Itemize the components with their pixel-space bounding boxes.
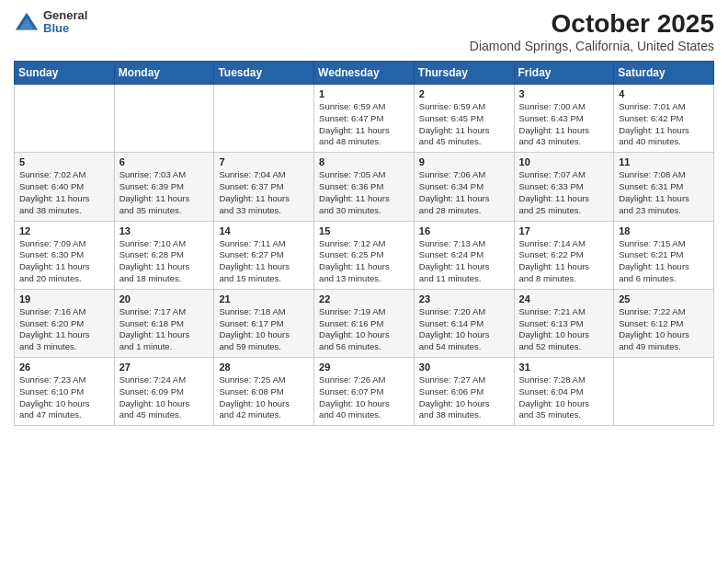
day-number: 10 [519, 156, 609, 167]
main-title: October 2025 [470, 9, 714, 39]
calendar-cell: 6Sunrise: 7:03 AM Sunset: 6:39 PM Daylig… [114, 153, 214, 221]
day-number: 22 [319, 293, 409, 304]
calendar-cell: 28Sunrise: 7:25 AM Sunset: 6:08 PM Dayli… [214, 358, 314, 426]
calendar-cell: 9Sunrise: 7:06 AM Sunset: 6:34 PM Daylig… [414, 153, 514, 221]
day-number: 8 [319, 156, 409, 167]
calendar-week-0: 1Sunrise: 6:59 AM Sunset: 6:47 PM Daylig… [15, 85, 714, 153]
calendar-cell: 20Sunrise: 7:17 AM Sunset: 6:18 PM Dayli… [114, 289, 214, 357]
day-number: 7 [219, 156, 309, 167]
logo-text: General Blue [43, 9, 87, 36]
day-info: Sunrise: 7:01 AM Sunset: 6:42 PM Dayligh… [619, 101, 709, 148]
calendar-cell: 19Sunrise: 7:16 AM Sunset: 6:20 PM Dayli… [15, 289, 115, 357]
day-info: Sunrise: 7:18 AM Sunset: 6:17 PM Dayligh… [219, 306, 309, 353]
calendar-cell: 27Sunrise: 7:24 AM Sunset: 6:09 PM Dayli… [114, 358, 214, 426]
calendar-cell [614, 358, 714, 426]
calendar-cell: 10Sunrise: 7:07 AM Sunset: 6:33 PM Dayli… [514, 153, 614, 221]
day-number: 3 [519, 88, 609, 99]
day-number: 19 [19, 293, 109, 304]
day-number: 16 [419, 225, 509, 236]
weekday-header-row: SundayMondayTuesdayWednesdayThursdayFrid… [15, 62, 714, 85]
day-info: Sunrise: 7:14 AM Sunset: 6:22 PM Dayligh… [519, 238, 609, 285]
day-info: Sunrise: 7:26 AM Sunset: 6:07 PM Dayligh… [319, 374, 409, 421]
calendar-cell: 5Sunrise: 7:02 AM Sunset: 6:40 PM Daylig… [15, 153, 115, 221]
calendar-cell: 26Sunrise: 7:23 AM Sunset: 6:10 PM Dayli… [15, 358, 115, 426]
day-info: Sunrise: 7:00 AM Sunset: 6:43 PM Dayligh… [519, 101, 609, 148]
day-info: Sunrise: 7:12 AM Sunset: 6:25 PM Dayligh… [319, 238, 409, 285]
day-info: Sunrise: 7:03 AM Sunset: 6:39 PM Dayligh… [119, 169, 210, 216]
calendar-cell: 3Sunrise: 7:00 AM Sunset: 6:43 PM Daylig… [514, 85, 614, 153]
calendar-cell: 12Sunrise: 7:09 AM Sunset: 6:30 PM Dayli… [15, 221, 115, 289]
day-number: 2 [419, 88, 509, 99]
calendar-cell: 16Sunrise: 7:13 AM Sunset: 6:24 PM Dayli… [414, 221, 514, 289]
day-info: Sunrise: 7:28 AM Sunset: 6:04 PM Dayligh… [519, 374, 609, 421]
day-number: 31 [519, 362, 609, 373]
day-number: 17 [519, 225, 609, 236]
day-info: Sunrise: 7:08 AM Sunset: 6:31 PM Dayligh… [619, 169, 709, 216]
day-info: Sunrise: 7:06 AM Sunset: 6:34 PM Dayligh… [419, 169, 509, 216]
day-info: Sunrise: 7:24 AM Sunset: 6:09 PM Dayligh… [119, 374, 210, 421]
calendar-cell: 17Sunrise: 7:14 AM Sunset: 6:22 PM Dayli… [514, 221, 614, 289]
calendar-week-3: 19Sunrise: 7:16 AM Sunset: 6:20 PM Dayli… [15, 289, 714, 357]
day-number: 15 [319, 225, 409, 236]
day-info: Sunrise: 7:10 AM Sunset: 6:28 PM Dayligh… [119, 238, 210, 285]
day-number: 4 [619, 88, 709, 99]
day-info: Sunrise: 7:09 AM Sunset: 6:30 PM Dayligh… [19, 238, 109, 285]
day-info: Sunrise: 7:17 AM Sunset: 6:18 PM Dayligh… [119, 306, 210, 353]
day-info: Sunrise: 7:11 AM Sunset: 6:27 PM Dayligh… [219, 238, 309, 285]
calendar-week-2: 12Sunrise: 7:09 AM Sunset: 6:30 PM Dayli… [15, 221, 714, 289]
day-number: 23 [419, 293, 509, 304]
day-info: Sunrise: 7:20 AM Sunset: 6:14 PM Dayligh… [419, 306, 509, 353]
day-number: 20 [119, 293, 210, 304]
day-number: 12 [19, 225, 109, 236]
day-info: Sunrise: 7:21 AM Sunset: 6:13 PM Dayligh… [519, 306, 609, 353]
calendar-cell: 31Sunrise: 7:28 AM Sunset: 6:04 PM Dayli… [514, 358, 614, 426]
day-number: 14 [219, 225, 309, 236]
day-info: Sunrise: 7:04 AM Sunset: 6:37 PM Dayligh… [219, 169, 309, 216]
calendar-week-1: 5Sunrise: 7:02 AM Sunset: 6:40 PM Daylig… [15, 153, 714, 221]
day-info: Sunrise: 6:59 AM Sunset: 6:45 PM Dayligh… [419, 101, 509, 148]
day-info: Sunrise: 7:23 AM Sunset: 6:10 PM Dayligh… [19, 374, 109, 421]
day-number: 29 [319, 362, 409, 373]
logo: General Blue [14, 9, 87, 36]
day-number: 11 [619, 156, 709, 167]
weekday-header-monday: Monday [114, 62, 214, 85]
calendar-cell: 24Sunrise: 7:21 AM Sunset: 6:13 PM Dayli… [514, 289, 614, 357]
calendar-week-4: 26Sunrise: 7:23 AM Sunset: 6:10 PM Dayli… [15, 358, 714, 426]
subtitle: Diamond Springs, California, United Stat… [470, 39, 714, 53]
day-number: 26 [19, 362, 109, 373]
calendar-cell: 7Sunrise: 7:04 AM Sunset: 6:37 PM Daylig… [214, 153, 314, 221]
header: General Blue October 2025 Diamond Spring… [14, 9, 714, 53]
day-info: Sunrise: 7:19 AM Sunset: 6:16 PM Dayligh… [319, 306, 409, 353]
calendar-cell: 15Sunrise: 7:12 AM Sunset: 6:25 PM Dayli… [314, 221, 415, 289]
weekday-header-friday: Friday [514, 62, 614, 85]
logo-general-label: General [43, 9, 87, 22]
calendar-cell [15, 85, 115, 153]
calendar-cell: 14Sunrise: 7:11 AM Sunset: 6:27 PM Dayli… [214, 221, 314, 289]
day-info: Sunrise: 7:13 AM Sunset: 6:24 PM Dayligh… [419, 238, 509, 285]
calendar-cell: 22Sunrise: 7:19 AM Sunset: 6:16 PM Dayli… [314, 289, 415, 357]
day-number: 9 [419, 156, 509, 167]
day-number: 27 [119, 362, 210, 373]
day-number: 1 [319, 88, 409, 99]
logo-icon [14, 9, 40, 35]
day-info: Sunrise: 7:16 AM Sunset: 6:20 PM Dayligh… [19, 306, 109, 353]
day-number: 6 [119, 156, 210, 167]
calendar-cell [214, 85, 314, 153]
day-number: 24 [519, 293, 609, 304]
day-number: 25 [619, 293, 709, 304]
calendar-cell: 1Sunrise: 6:59 AM Sunset: 6:47 PM Daylig… [314, 85, 415, 153]
day-info: Sunrise: 7:22 AM Sunset: 6:12 PM Dayligh… [619, 306, 709, 353]
calendar-cell [114, 85, 214, 153]
calendar-cell: 11Sunrise: 7:08 AM Sunset: 6:31 PM Dayli… [614, 153, 714, 221]
day-info: Sunrise: 7:02 AM Sunset: 6:40 PM Dayligh… [19, 169, 109, 216]
day-info: Sunrise: 7:27 AM Sunset: 6:06 PM Dayligh… [419, 374, 509, 421]
calendar-cell: 18Sunrise: 7:15 AM Sunset: 6:21 PM Dayli… [614, 221, 714, 289]
calendar-cell: 13Sunrise: 7:10 AM Sunset: 6:28 PM Dayli… [114, 221, 214, 289]
calendar-cell: 25Sunrise: 7:22 AM Sunset: 6:12 PM Dayli… [614, 289, 714, 357]
title-block: October 2025 Diamond Springs, California… [470, 9, 714, 53]
calendar-cell: 8Sunrise: 7:05 AM Sunset: 6:36 PM Daylig… [314, 153, 415, 221]
calendar-cell: 23Sunrise: 7:20 AM Sunset: 6:14 PM Dayli… [414, 289, 514, 357]
calendar-cell: 2Sunrise: 6:59 AM Sunset: 6:45 PM Daylig… [414, 85, 514, 153]
calendar-cell: 29Sunrise: 7:26 AM Sunset: 6:07 PM Dayli… [314, 358, 415, 426]
page: General Blue October 2025 Diamond Spring… [0, 0, 728, 563]
